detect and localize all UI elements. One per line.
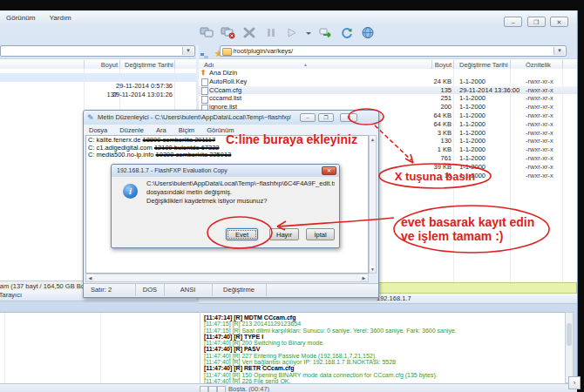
file-attr: -rwxr-xr-x <box>526 129 553 138</box>
file-attr: -rwxr-xr-x <box>526 137 553 145</box>
remote-file-row[interactable]: cccamd.list 251 1-1-2000 -rwxr-xr-x <box>199 94 577 103</box>
header-degistirme-tarihi[interactable]: Değiştirme Tarihi <box>125 61 173 69</box>
refresh-icon[interactable] <box>338 26 355 41</box>
file-size: 251 <box>399 94 452 103</box>
local-path-combo[interactable]: ▼ <box>0 45 195 57</box>
menu-yardim[interactable]: Yardım <box>44 11 78 24</box>
status-line-number: Satır: 2 <box>84 284 136 296</box>
status-mini-button-1[interactable] <box>200 386 208 392</box>
file-date: 1-1-2000 <box>459 112 486 120</box>
scroll-down-icon[interactable]: ▼ <box>370 266 376 273</box>
abort-icon[interactable] <box>241 26 258 41</box>
file-date: 29-11-2014 0:57:36 <box>112 82 173 91</box>
editor-menubar: Dosya Düzenle Ara Biçim Görünüm <box>84 125 378 135</box>
log-line: [11:47:40] [R] RETR CCcam.cfg <box>200 365 565 371</box>
file-attr: -rwxr-xr-x <box>526 86 553 95</box>
yes-button[interactable]: Evet <box>226 228 258 240</box>
file-date: 1-1-2000 <box>459 78 486 86</box>
save-confirm-dialog: 192.168.1.7 - FlashFXP Evaluation Copy ✕… <box>111 164 340 248</box>
dialog-title-bar[interactable]: 192.168.1.7 - FlashFXP Evaluation Copy ✕ <box>112 165 339 177</box>
remote-file-row[interactable]: Ana Dizin <box>199 69 577 78</box>
transfer-icon[interactable] <box>317 26 334 41</box>
editor-minimize-button[interactable]: – <box>300 113 316 122</box>
header-boyut[interactable]: Boyut <box>85 61 118 69</box>
dialog-message: C:\Users\bulent\AppData\Local\Temp\~flas… <box>146 179 335 206</box>
editor-horizontal-scrollbar[interactable]: ◀ ▶ <box>85 274 369 282</box>
chevron-down-icon[interactable]: ▼ <box>553 47 565 55</box>
editor-vertical-scrollbar[interactable]: ▲ ▼ <box>369 135 377 274</box>
log-line: [11:47:15] [R] 213 20141129123654 <box>200 321 565 327</box>
pause-icon[interactable] <box>262 26 279 41</box>
file-date: 29-11-2014 13:01:26 <box>112 91 173 99</box>
globe-icon[interactable] <box>360 26 377 41</box>
dialog-message-path: C:\Users\bulent\AppData\Local\Temp\~flas… <box>146 179 335 188</box>
remote-tab-label: 192.168.1.7 <box>377 294 411 303</box>
header-adi[interactable]: Adı <box>204 61 214 69</box>
connect-icon[interactable] <box>199 26 215 41</box>
editor-maximize-button[interactable]: ❐ <box>318 113 334 122</box>
log-scrollbar[interactable] <box>565 312 574 383</box>
cancel-button[interactable]: İptal <box>306 228 335 240</box>
header-oznitelik[interactable]: Öznitelik <box>526 61 551 69</box>
minimize-button[interactable]: – <box>504 17 522 27</box>
file-date: 1-1-2000 <box>459 163 486 172</box>
play-dropdown-icon[interactable] <box>305 26 312 41</box>
info-icon: i <box>123 184 138 199</box>
local-file-row[interactable]: 137 29-11-2014 13:01:26 <box>0 91 196 99</box>
log-line: [11:47:40] [R] Veri bağlantısı açılıyor … <box>200 359 565 365</box>
file-attr: -rwxr-xr-x <box>526 154 553 163</box>
status-mini-button-2[interactable] <box>208 386 217 392</box>
local-file-row[interactable]: 29-11-2014 0:57:36 <box>0 82 196 91</box>
remote-file-row[interactable]: AutoRoll.Key 24 KB 1-1-2000 -rwxr-xr-x <box>199 78 577 86</box>
chevron-down-icon[interactable]: ▼ <box>182 47 194 55</box>
log-line: [11:47:14] [R] MDTM CCcam.cfg <box>200 314 565 321</box>
file-name: Ana Dizin <box>209 69 237 78</box>
editor-app-icon: ✎ <box>87 112 94 125</box>
file-name: AutoRoll.Key <box>209 78 247 86</box>
expand-panel-button[interactable]: › <box>568 376 581 389</box>
scroll-up-icon[interactable]: ▲ <box>370 136 376 143</box>
log-line: [11:47:40] [R] TYPE I <box>200 334 565 340</box>
file-attr: -rwxr-xr-x <box>526 94 553 103</box>
disconnect-icon[interactable] <box>220 26 236 41</box>
editor-close-button[interactable]: ✕ <box>340 113 357 122</box>
status-dos: DOS <box>136 284 165 296</box>
file-attr: -rwxr-xr-x <box>526 112 553 120</box>
list-row-selected-empty[interactable] <box>0 73 196 82</box>
log-line: [11:47:40] [R] PASV <box>200 346 565 352</box>
dialog-message-line2: dosyasındaki metin değişmiş. <box>146 188 335 197</box>
local-tab-label: Yerel Tarayıcı <box>0 290 22 301</box>
file-size: 135 <box>399 86 452 95</box>
maximize-button[interactable]: ❐ <box>527 17 546 27</box>
remote-file-row[interactable]: CCcam.cfg 135 29-11-2014 13:36:00 -rwxr-… <box>199 86 577 95</box>
file-attr: -rwxr-xr-x <box>526 163 553 172</box>
dialog-message-line3: Değişiklikleri kaydetmek istiyor musunuz… <box>146 197 335 206</box>
header-boyut[interactable]: Boyut <box>399 61 452 69</box>
status-ansi: ANSI <box>164 284 213 296</box>
file-size: 64 KB <box>399 112 452 120</box>
remote-path-input[interactable]: /root/plugin/var/keys/ ▼ <box>220 45 567 57</box>
header-degistirme-tarihi[interactable]: Değiştirme Tarihi <box>459 61 508 69</box>
file-size: 130 <box>399 137 452 145</box>
status-modified: Değiştirme <box>212 284 267 296</box>
play-icon[interactable] <box>284 26 301 41</box>
status-mini-button-3[interactable] <box>217 386 226 392</box>
log-panel: [11:47:14] [R] MDTM CCcam.cfg [11:47:15]… <box>200 312 565 384</box>
scroll-right-icon[interactable]: ▶ <box>360 274 368 281</box>
dialog-close-button[interactable]: ✕ <box>322 166 336 175</box>
file-size: 10 <box>399 172 452 180</box>
log-line: [11:47:40] [R] 150 Opening BINARY mode d… <box>200 372 565 378</box>
main-menubar: Görünüm Yardım <box>0 11 577 24</box>
idle-status-text: Boşta. (00:47) <box>228 384 269 392</box>
menu-gorunum[interactable]: Görünüm <box>0 11 41 24</box>
scrollbar-thumb[interactable] <box>567 323 572 346</box>
queue-panel <box>0 312 200 384</box>
close-button[interactable]: ✕ <box>550 17 568 27</box>
file-date: 1-1-2000 <box>459 154 486 163</box>
file-size: 64 KB <box>399 120 452 129</box>
file-date: 1-1-2000 <box>459 103 486 112</box>
scroll-left-icon[interactable]: ◀ <box>86 274 94 281</box>
editor-title-bar[interactable]: ✎ Metin Düzenleyici - C:\Users\bulent\Ap… <box>84 111 378 125</box>
no-button[interactable]: Hayır <box>269 228 299 240</box>
file-size: 200 <box>399 103 452 112</box>
